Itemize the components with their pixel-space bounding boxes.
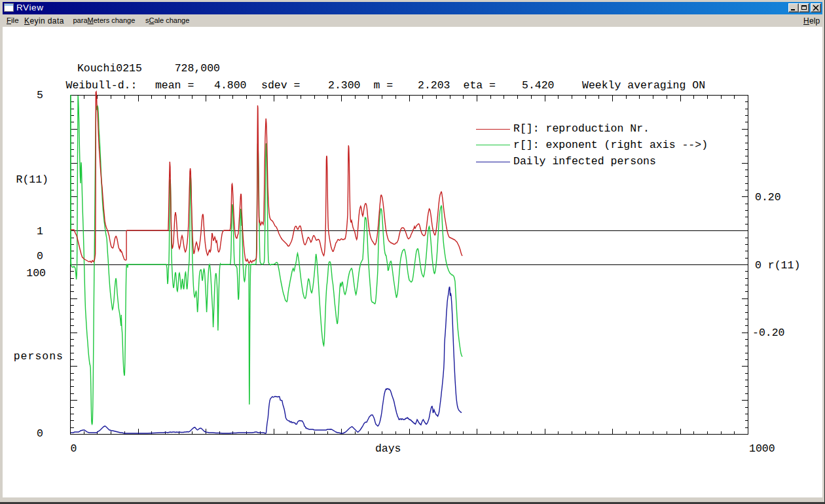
svg-text:5.420: 5.420 [522,79,555,92]
svg-text:5: 5 [37,89,43,101]
svg-text:r[]: exponent (right axis -->): r[]: exponent (right axis -->) [513,139,708,151]
svg-text:Daily infected persons: Daily infected persons [513,155,656,168]
svg-text:2.300: 2.300 [328,79,361,92]
svg-text:mean =: mean = [155,79,194,92]
svg-text:R[]: reproduction Nr.: R[]: reproduction Nr. [513,122,650,135]
svg-text:Weekly averaging ON: Weekly averaging ON [582,79,705,92]
svg-text:1000: 1000 [749,442,775,455]
svg-text:0 r(11): 0 r(11) [755,259,800,272]
svg-text:-0.20: -0.20 [752,327,785,339]
svg-text:0: 0 [37,427,43,440]
svg-text:2.203: 2.203 [418,79,450,92]
svg-text:0: 0 [71,442,77,455]
svg-text:m =: m = [374,79,394,92]
svg-text:sdev =: sdev = [261,79,300,92]
svg-text:0: 0 [37,250,43,262]
svg-text:0.20: 0.20 [755,191,781,204]
svg-text:1: 1 [37,225,43,238]
svg-text:Weibull-d.:: Weibull-d.: [66,79,138,92]
svg-text:4.800: 4.800 [214,79,247,92]
svg-text:100: 100 [26,267,46,279]
svg-text:eta =: eta = [464,79,496,92]
svg-text:R(11): R(11) [16,173,48,186]
svg-text:Kouchi0215: Kouchi0215 [77,62,142,75]
svg-text:728,000: 728,000 [175,62,220,75]
svg-text:days: days [375,442,401,455]
svg-text:persons: persons [14,350,64,363]
